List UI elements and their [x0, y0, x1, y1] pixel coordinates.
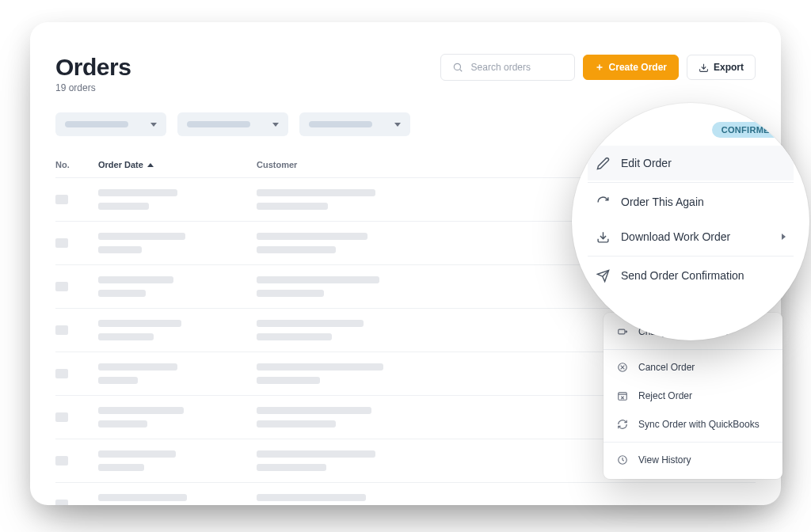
cell-order-date: [98, 450, 257, 471]
menu-sync-quickbooks[interactable]: Sync Order with QuickBooks: [603, 410, 782, 439]
cell-no: [55, 412, 98, 422]
cell-customer: [257, 233, 526, 253]
th-no: No.: [55, 160, 98, 169]
cell-no: [55, 195, 98, 204]
cell-customer: [257, 276, 526, 297]
cell-order-date: [98, 233, 257, 253]
menu-cancel-order[interactable]: Cancel Order: [603, 353, 782, 382]
cell-order-date: [98, 407, 257, 428]
send-icon: [596, 268, 610, 283]
sort-ascending-icon: [147, 163, 154, 167]
chevron-right-icon: [782, 234, 786, 240]
download-icon: [596, 230, 610, 244]
cell-customer: [257, 450, 526, 471]
chevron-down-icon: [150, 123, 157, 127]
history-icon: [616, 454, 629, 466]
filter-dropdown-3[interactable]: [299, 112, 410, 136]
pencil-icon: [596, 156, 610, 170]
table-row[interactable]: -: [55, 483, 756, 505]
th-customer: Customer: [257, 160, 526, 169]
cell-no: [55, 238, 98, 248]
cell-order-date: [98, 363, 257, 384]
context-menu-zoom: CONFIRMED Edit Order Order This Again: [572, 103, 809, 340]
cell-customer: [257, 494, 526, 505]
menu-order-again[interactable]: Order This Again: [588, 184, 794, 219]
export-label: Export: [714, 62, 744, 73]
menu-order-again-label: Order This Again: [621, 196, 704, 208]
plus-icon: [595, 63, 604, 72]
chevron-down-icon: [272, 123, 279, 127]
filter-dropdown-1[interactable]: [55, 112, 166, 136]
cell-order-date: [98, 276, 257, 297]
page-header: Orders 19 orders Create Order: [55, 54, 756, 93]
cell-no: [55, 325, 98, 335]
cell-customer: [257, 363, 526, 384]
chevron-down-icon: [394, 123, 401, 127]
calendar-x-icon: [616, 390, 629, 402]
svg-line-1: [459, 70, 462, 72]
cell-assignee: -: [526, 499, 756, 506]
menu-view-history[interactable]: View History: [603, 446, 782, 474]
order-count-subtitle: 19 orders: [55, 82, 131, 93]
cell-customer: [257, 189, 526, 210]
search-input-wrap[interactable]: [440, 54, 575, 81]
menu-download-work-order-label: Download Work Order: [621, 230, 730, 243]
cell-no: [55, 282, 98, 291]
search-icon: [451, 60, 465, 74]
filter-dropdown-2[interactable]: [177, 112, 288, 136]
menu-edit-order-label: Edit Order: [621, 157, 672, 169]
cell-order-date: [98, 494, 257, 505]
cell-no: [55, 500, 98, 505]
download-icon: [699, 63, 709, 73]
create-order-label: Create Order: [609, 62, 667, 73]
redo-icon: [596, 195, 610, 209]
menu-send-confirmation-label: Send Order Confirmation: [621, 269, 744, 282]
sync-icon: [616, 418, 629, 431]
svg-point-9: [626, 331, 627, 332]
th-order-date[interactable]: Order Date: [98, 160, 257, 169]
svg-point-0: [454, 63, 460, 70]
menu-download-work-order[interactable]: Download Work Order: [588, 219, 794, 254]
menu-edit-order[interactable]: Edit Order: [588, 146, 794, 180]
cell-customer: [257, 320, 526, 340]
svg-rect-8: [619, 329, 625, 334]
svg-rect-13: [619, 393, 627, 400]
export-button[interactable]: Export: [687, 55, 756, 80]
cell-order-date: [98, 189, 257, 210]
cancel-icon: [616, 361, 629, 374]
cell-order-date: [98, 320, 257, 340]
search-input[interactable]: [471, 62, 565, 73]
tag-icon: [616, 325, 629, 338]
create-order-button[interactable]: Create Order: [583, 55, 679, 80]
cell-no: [55, 456, 98, 466]
menu-send-confirmation[interactable]: Send Order Confirmation: [588, 258, 794, 293]
page-title: Orders: [55, 54, 131, 81]
cell-customer: [257, 407, 526, 428]
cell-no: [55, 369, 98, 378]
menu-reject-order[interactable]: Reject Order: [603, 382, 782, 410]
